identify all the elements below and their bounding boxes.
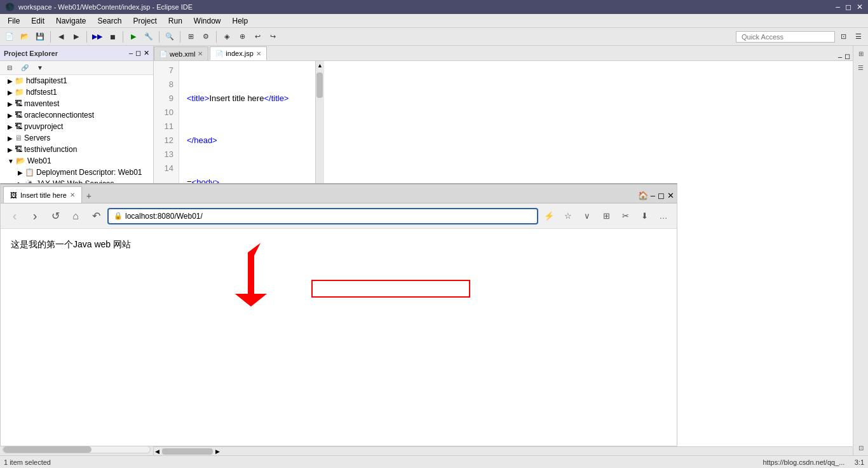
- browser-window-pin[interactable]: 🏠: [638, 191, 648, 200]
- jsp-icon: 📄: [215, 50, 223, 57]
- maximize-button[interactable]: ◻: [845, 3, 851, 11]
- toolbar-misc4[interactable]: ↪: [266, 30, 280, 44]
- url-text: localhost:8080/Web01/: [125, 212, 203, 221]
- address-bar[interactable]: 🔒 localhost:8080/Web01/: [107, 208, 538, 224]
- toolbar-save[interactable]: 💾: [33, 30, 47, 44]
- tree-oracleconnectiontest[interactable]: ▶ 🏗 oracleconnectiontest: [0, 109, 153, 121]
- project-icon: 🏗: [15, 111, 22, 120]
- sidebar-header: Project Explorer – ◻ ✕: [0, 46, 153, 61]
- browser-prev-button[interactable]: ↶: [87, 207, 105, 225]
- browser-grid-button[interactable]: ⊞: [598, 208, 614, 224]
- tree-label: Servers: [24, 134, 50, 142]
- menu-file[interactable]: File: [3, 15, 25, 27]
- tab-label: web.xml: [170, 50, 195, 58]
- toolbar-fwd[interactable]: ▶: [69, 30, 83, 44]
- tree-deployment-descriptor[interactable]: ▶ 📋 Deployment Descriptor: Web01: [0, 167, 153, 178]
- sidebar-toolbar: ⊟ 🔗 ▼: [0, 61, 153, 75]
- toolbar-search[interactable]: 🔍: [163, 30, 177, 44]
- menu-window[interactable]: Window: [189, 15, 226, 27]
- browser-favorite-button[interactable]: ☆: [560, 208, 576, 224]
- menu-edit[interactable]: Edit: [26, 15, 50, 27]
- toolbar-run2[interactable]: 🔧: [142, 30, 156, 44]
- toolbar-new[interactable]: 📄: [3, 30, 17, 44]
- toolbar-back[interactable]: ◀: [54, 30, 68, 44]
- browser-more-button[interactable]: …: [655, 208, 672, 224]
- right-sidebar-btn1[interactable]: ⊞: [855, 47, 867, 60]
- browser-window-restore[interactable]: ◻: [658, 191, 665, 200]
- tab-close-icon[interactable]: ✕: [198, 50, 203, 57]
- tree-expand-icon: ▶: [8, 100, 13, 107]
- descriptor-icon: 📋: [25, 168, 34, 177]
- toolbar-settings[interactable]: ⚙: [199, 30, 213, 44]
- menu-navigate[interactable]: Navigate: [51, 15, 91, 27]
- minimize-button[interactable]: –: [836, 3, 840, 11]
- new-tab-button[interactable]: +: [82, 189, 96, 203]
- toolbar-perspective2[interactable]: ⊡: [836, 30, 850, 44]
- right-sidebar-btn3[interactable]: ⊡: [855, 441, 867, 454]
- tree-maventest[interactable]: ▶ 🏗 maventest: [0, 98, 153, 109]
- tab-web-xml[interactable]: 📄 web.xml ✕: [154, 46, 208, 60]
- browser-forward-button[interactable]: ›: [26, 207, 44, 225]
- browser-page-text: 这是我的第一个Java web 网站: [11, 239, 131, 249]
- toolbar-layout[interactable]: ☰: [851, 30, 865, 44]
- tree-hdfsapitest1[interactable]: ▶ 📁 hdfsapitest1: [0, 75, 153, 86]
- toolbar-debug[interactable]: ▶▶: [90, 30, 104, 44]
- tree-web01[interactable]: ▼ 📂 Web01: [0, 155, 153, 167]
- menu-bar: File Edit Navigate Search Project Run Wi…: [0, 14, 868, 28]
- hscroll-right-arrow[interactable]: ▶: [215, 448, 220, 455]
- tab-index-jsp[interactable]: 📄 index.jsp ✕: [210, 46, 266, 60]
- tree-testhivefunction[interactable]: ▶ 🏗 testhivefunction: [0, 144, 153, 155]
- right-sidebar-btn2[interactable]: ☰: [855, 61, 867, 74]
- vscroll-thumb[interactable]: [316, 72, 323, 98]
- vscroll-up-arrow[interactable]: ▲: [316, 61, 324, 70]
- tree-expand-icon: ▶: [8, 78, 13, 85]
- tree-label: hdfsapitest1: [26, 76, 67, 85]
- toolbar-sep5: [180, 31, 180, 43]
- sidebar-hscroll-track[interactable]: [3, 446, 151, 453]
- browser-lightning-button[interactable]: ⚡: [541, 208, 557, 224]
- hscroll-left-arrow[interactable]: ◀: [155, 448, 159, 455]
- main-layout: Project Explorer – ◻ ✕ ⊟ 🔗 ▼ ▶ 📁 hdfsapi…: [0, 46, 868, 455]
- maximize-editor-icon[interactable]: ◻: [844, 52, 850, 60]
- browser-tab-close-icon[interactable]: ✕: [70, 191, 75, 198]
- browser-window-close[interactable]: ✕: [667, 191, 674, 200]
- browser-refresh-button[interactable]: ↺: [46, 207, 64, 225]
- sidebar-minimize-icon[interactable]: –: [129, 49, 133, 57]
- toolbar-misc3[interactable]: ↩: [250, 30, 264, 44]
- browser-cut-button[interactable]: ✂: [617, 208, 634, 224]
- browser-window-minimize[interactable]: –: [651, 191, 655, 200]
- editor-hscroll[interactable]: ◀ ▶: [154, 446, 853, 455]
- toolbar-stop[interactable]: ⏹: [105, 30, 119, 44]
- close-button[interactable]: ✕: [857, 3, 863, 11]
- browser-download-button[interactable]: ⬇: [636, 208, 653, 224]
- tree-pvuvproject[interactable]: ▶ 🏗 pvuvproject: [0, 121, 153, 132]
- toolbar-run[interactable]: ▶: [126, 30, 140, 44]
- minimize-editor-icon[interactable]: –: [838, 53, 842, 60]
- tree-servers[interactable]: ▶ 🖥 Servers: [0, 132, 153, 144]
- tree-label: testhivefunction: [24, 145, 77, 154]
- menu-project[interactable]: Project: [128, 15, 161, 27]
- hscroll-thumb[interactable]: [162, 448, 213, 455]
- menu-help[interactable]: Help: [227, 15, 254, 27]
- toolbar-sep3: [123, 31, 123, 43]
- toolbar-misc1[interactable]: ◈: [220, 30, 234, 44]
- browser-home-button[interactable]: ⌂: [67, 207, 85, 225]
- toolbar-misc2[interactable]: ⊕: [235, 30, 249, 44]
- sidebar-maximize-icon[interactable]: ◻: [135, 49, 141, 57]
- menu-run[interactable]: Run: [163, 15, 187, 27]
- line-num-12: 12: [159, 134, 173, 148]
- browser-tab-main[interactable]: 🖼 Insert title here ✕: [3, 186, 82, 203]
- menu-search[interactable]: Search: [92, 15, 126, 27]
- sidebar-link-editor[interactable]: 🔗: [18, 61, 32, 75]
- sidebar-menu[interactable]: ▼: [33, 61, 47, 75]
- sidebar-close-icon[interactable]: ✕: [144, 49, 149, 57]
- tab-close-icon[interactable]: ✕: [256, 50, 261, 57]
- browser-dropdown-button[interactable]: ∨: [579, 208, 595, 224]
- toolbar-perspective[interactable]: ⊞: [184, 30, 198, 44]
- sidebar-collapse-all[interactable]: ⊟: [3, 61, 17, 75]
- quick-access-input[interactable]: [736, 31, 835, 43]
- tree-label: maventest: [24, 99, 59, 108]
- browser-back-button[interactable]: ‹: [6, 207, 24, 225]
- tree-hdfstest1[interactable]: ▶ 📁 hdfstest1: [0, 86, 153, 98]
- toolbar-open[interactable]: 📂: [18, 30, 32, 44]
